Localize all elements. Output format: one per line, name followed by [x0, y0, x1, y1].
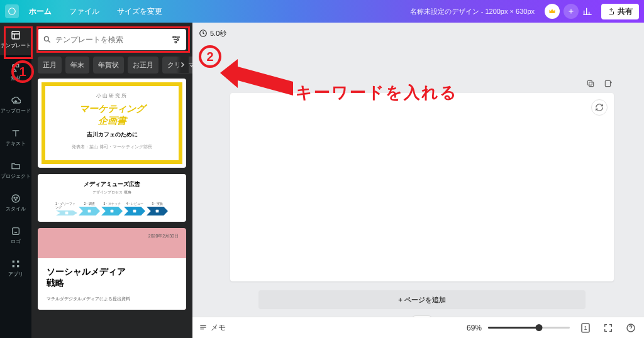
filter-icon[interactable] [171, 35, 181, 45]
elements-icon [10, 62, 21, 74]
design-title[interactable]: 名称未設定のデザイン - 1200px × 630px [404, 7, 541, 16]
duration-button[interactable]: 5.0秒 [199, 29, 226, 38]
zoom-slider[interactable] [488, 327, 570, 329]
chips-next-button[interactable] [176, 57, 189, 73]
template-card[interactable]: 小山研究所 マーケティング 企画書 吉川カフェのために 発表者：葉山 博司・マー… [38, 79, 186, 168]
canvas-area: 5.0秒 + ページを追加 [192, 23, 644, 338]
page-indicator[interactable]: 1 [579, 321, 592, 335]
chip[interactable]: お正月 [128, 57, 158, 74]
template-date: 2020年2月30日 [38, 228, 186, 239]
svg-rect-24 [587, 80, 592, 85]
topbar: ホーム ファイル サイズを変更 名称未設定のデザイン - 1200px × 63… [0, 0, 644, 23]
rail-label: 素材 [11, 75, 21, 82]
rail-label: ロゴ [11, 238, 21, 245]
svg-rect-12 [17, 265, 19, 267]
add-page-icon-button[interactable] [602, 78, 614, 89]
svg-rect-10 [17, 260, 19, 262]
crown-icon[interactable] [545, 4, 560, 19]
resize-menu[interactable]: サイズを変更 [109, 0, 170, 23]
svg-rect-20 [133, 210, 136, 213]
rail-label: アップロード [1, 107, 31, 114]
template-card[interactable]: 2020年2月30日 ソーシャルメディア戦略 マチルダデジタルメディアによる提出… [38, 228, 186, 310]
brand-logo[interactable] [5, 4, 19, 18]
template-card[interactable]: メディアミューズ広告 デザインプロセス 概略 1 - ブリーフィング2 - 調査… [38, 174, 186, 222]
rail-label: テンプレート [1, 42, 31, 49]
template-sub: マチルダデジタルメディアによる提出資料 [47, 296, 177, 302]
collapse-handle[interactable] [411, 315, 433, 317]
clock-icon [199, 29, 208, 38]
search-icon [43, 35, 52, 44]
template-list: 小山研究所 マーケティング 企画書 吉川カフェのために 発表者：葉山 博司・マー… [31, 79, 192, 338]
canvas-toolbar: 5.0秒 [192, 23, 644, 44]
template-title: メディアミューズ広告 [42, 180, 182, 188]
svg-point-15 [177, 39, 179, 41]
rail-elements[interactable]: 素材 [0, 55, 31, 88]
svg-rect-19 [111, 210, 114, 213]
chip[interactable]: 正月 [38, 57, 62, 74]
rail-logo[interactable]: ロゴ [0, 219, 31, 251]
svg-point-0 [9, 8, 16, 15]
rail-label: アプリ [8, 271, 23, 278]
design-page[interactable] [230, 93, 614, 281]
share-button[interactable]: 共有 [601, 4, 639, 19]
svg-point-14 [174, 36, 175, 38]
template-subtitle: 吉川カフェのために [49, 131, 175, 139]
logo-icon [10, 226, 21, 237]
rail-styles[interactable]: スタイル [0, 186, 31, 219]
rail-label: テキスト [6, 140, 26, 147]
rail-templates[interactable]: テンプレート [0, 23, 31, 55]
chip[interactable]: 年賀状 [93, 57, 124, 74]
svg-rect-11 [13, 265, 14, 267]
svg-point-7 [15, 199, 16, 200]
svg-point-2 [13, 64, 15, 67]
template-byline: 発表者：葉山 博司・マーケティング部長 [49, 144, 175, 150]
svg-rect-21 [156, 210, 159, 213]
template-search[interactable] [38, 29, 186, 50]
add-page-button[interactable]: + ページを追加 [258, 290, 586, 309]
side-rail: テンプレート 素材 アップロード テキスト プロジェクト スタイル ロゴ アプ [0, 23, 31, 338]
page-number: 1 [584, 325, 587, 331]
chip[interactable]: 年末 [65, 57, 89, 74]
home-button[interactable]: ホーム [21, 0, 59, 23]
folder-icon [10, 160, 21, 172]
template-title2: 企画書 [49, 115, 175, 127]
file-menu[interactable]: ファイル [62, 0, 107, 23]
svg-rect-18 [88, 210, 91, 213]
svg-point-6 [16, 197, 18, 198]
insights-icon[interactable] [579, 3, 596, 20]
notes-label: メモ [211, 322, 226, 333]
template-icon [10, 30, 21, 41]
duplicate-page-button[interactable] [585, 78, 596, 89]
template-search-input[interactable] [55, 35, 167, 44]
filter-chips: 正月 年末 年賀状 お正月 クリスマ [31, 54, 192, 79]
svg-rect-17 [65, 212, 69, 215]
svg-rect-23 [589, 82, 594, 87]
zoom-value[interactable]: 69% [467, 324, 482, 332]
template-title: マーケティング [49, 103, 175, 115]
svg-point-16 [175, 41, 177, 43]
template-subtitle: デザインプロセス 概略 [42, 190, 182, 195]
page-controls [230, 78, 614, 89]
notes-button[interactable]: メモ [199, 322, 226, 333]
text-icon [10, 128, 21, 139]
add-member-button[interactable] [564, 4, 579, 19]
rail-upload[interactable]: アップロード [0, 88, 31, 121]
svg-rect-25 [605, 80, 610, 86]
rail-apps[interactable]: アプリ [0, 251, 31, 284]
rail-projects[interactable]: プロジェクト [0, 153, 31, 186]
svg-rect-8 [13, 227, 19, 234]
help-button[interactable] [624, 321, 638, 335]
upload-icon [10, 95, 21, 106]
rail-label: スタイル [6, 205, 26, 212]
fullscreen-button[interactable] [601, 321, 615, 335]
duration-label: 5.0秒 [210, 29, 226, 38]
apps-icon [10, 258, 21, 270]
template-title: ソーシャルメディア戦略 [47, 266, 177, 288]
svg-point-13 [44, 36, 48, 41]
rail-label: プロジェクト [1, 173, 31, 180]
refresh-button[interactable] [591, 99, 608, 116]
rail-text[interactable]: テキスト [0, 121, 31, 153]
svg-point-5 [14, 197, 15, 198]
flow-steps: 1 - ブリーフィング2 - 調査3 - スケッチ4 - レビュー5 - 実践 [42, 202, 182, 215]
svg-rect-1 [12, 31, 19, 39]
